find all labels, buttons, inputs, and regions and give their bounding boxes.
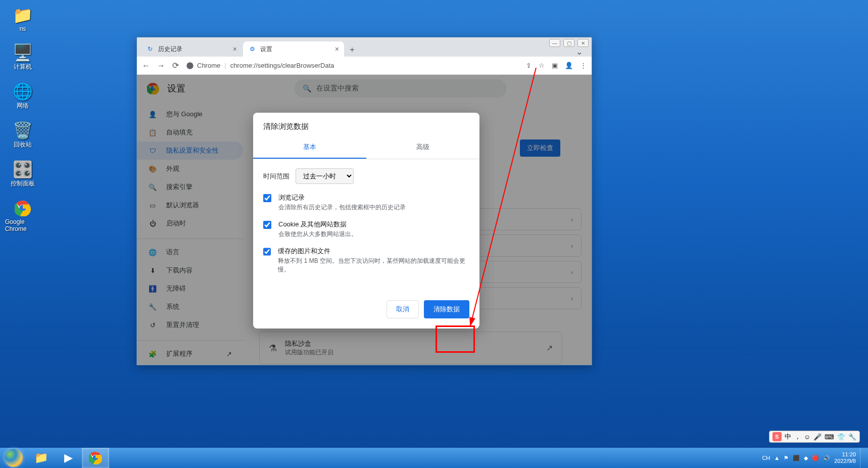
tab-basic[interactable]: 基本	[253, 136, 366, 159]
desktop-icon-recycle[interactable]: 🗑️回收站	[5, 120, 40, 149]
settings-body: 设置 🔍 在设置中搜索 👤您与 Google 📋自动填充 🛡隐私设置和安全性 🎨…	[137, 75, 592, 365]
new-tab-button[interactable]: ＋	[345, 42, 359, 57]
share-icon[interactable]: ⇪	[526, 62, 532, 69]
ime-tool-icon[interactable]: 🔧	[848, 433, 856, 441]
reload-button[interactable]: ⟳	[172, 61, 179, 70]
tab-settings[interactable]: ⚙ 设置 ×	[243, 41, 344, 57]
back-button[interactable]: ←	[142, 61, 150, 70]
desktop-icon-computer[interactable]: 🖥️计算机	[5, 42, 40, 71]
tab-close-icon[interactable]: ×	[233, 45, 237, 53]
modal-overlay: 清除浏览数据 基本 高级 时间范围 过去一小时 浏览记录会清除所有历史记录，包括…	[137, 75, 592, 365]
ime-emoji-icon[interactable]: ☺	[804, 433, 810, 441]
address-bar[interactable]: Chrome | chrome://settings/clearBrowserD…	[186, 62, 519, 70]
taskbar: 📁 ▶ CH ▲ ⚑ ⬛ ◆ 🔴 🔊 11:20 2022/9/8	[0, 448, 868, 468]
chk-title: 浏览记录	[278, 193, 406, 202]
desktop-icon-control-panel[interactable]: 🎛️控制面板	[5, 159, 40, 188]
windows-logo-icon	[5, 449, 23, 467]
desktop-icons: 📁ns 🖥️计算机 🌐网络 🗑️回收站 🎛️控制面板 Google Chrome	[5, 5, 40, 232]
tray-flag-icon[interactable]: ⚑	[784, 455, 789, 461]
cancel-button[interactable]: 取消	[387, 300, 419, 318]
checkbox-browsing-history[interactable]: 浏览记录会清除所有历史记录，包括搜索框中的历史记录	[263, 193, 469, 212]
chrome-badge: Chrome	[186, 62, 220, 70]
folder-icon: 📁	[13, 5, 33, 25]
menu-icon[interactable]: ⋮	[580, 62, 587, 69]
panel-icon[interactable]: ▣	[552, 62, 558, 69]
toolbar: ← → ⟳ Chrome | chrome://settings/clearBr…	[137, 57, 592, 75]
chrome-window: — ▢ ✕ ↻ 历史记录 × ⚙ 设置 × ＋ ⌄ ← → ⟳ Chrome |…	[136, 37, 592, 365]
url-text: chrome://settings/clearBrowserData	[230, 62, 334, 69]
start-button[interactable]	[0, 448, 27, 468]
tray-expand-icon[interactable]: ▲	[774, 455, 780, 461]
taskbar-media-player[interactable]: ▶	[55, 448, 82, 468]
ime-skin-icon[interactable]: 👕	[837, 433, 845, 441]
checkbox-input[interactable]	[263, 194, 271, 202]
taskbar-explorer[interactable]: 📁	[27, 448, 55, 468]
ime-voice-icon[interactable]: 🎤	[813, 433, 822, 441]
tab-close-icon[interactable]: ×	[335, 45, 339, 53]
chk-sub: 释放不到 1 MB 空间。当您下次访问时，某些网站的加载速度可能会更慢。	[278, 257, 469, 274]
history-icon: ↻	[146, 45, 154, 53]
time-range-select[interactable]: 过去一小时	[296, 168, 354, 184]
annotation-highlight	[436, 325, 475, 353]
minimize-button[interactable]: —	[549, 39, 560, 47]
time-range-label: 时间范围	[263, 172, 290, 181]
checkbox-cookies[interactable]: Cookie 及其他网站数据会致使您从大多数网站退出。	[263, 220, 469, 239]
desktop-icon-chrome[interactable]: Google Chrome	[5, 198, 40, 232]
gear-icon: ⚙	[248, 45, 256, 53]
recycle-icon: 🗑️	[13, 120, 33, 141]
close-button[interactable]: ✕	[577, 39, 589, 47]
clear-data-dialog: 清除浏览数据 基本 高级 时间范围 过去一小时 浏览记录会清除所有历史记录，包括…	[253, 113, 479, 329]
tray-lang[interactable]: CH	[762, 455, 770, 461]
ime-punct-icon[interactable]: ，	[794, 432, 801, 441]
chrome-icon	[13, 198, 33, 218]
dialog-tabs: 基本 高级	[253, 136, 479, 159]
ime-lang[interactable]: 中	[785, 432, 791, 441]
tray-app-icon[interactable]: ⬛	[793, 455, 800, 461]
svg-point-2	[186, 62, 193, 69]
forward-button[interactable]: →	[157, 61, 165, 70]
control-panel-icon: 🎛️	[13, 159, 33, 179]
tray-clock[interactable]: 11:20 2022/9/8	[834, 451, 856, 464]
tray-app-icon[interactable]: ◆	[804, 455, 808, 461]
tabstrip: ↻ 历史记录 × ⚙ 设置 × ＋ ⌄	[137, 37, 592, 57]
tabs-dropdown-icon[interactable]: ⌄	[576, 47, 583, 57]
ime-toolbar[interactable]: S 中 ， ☺ 🎤 ⌨ 👕 🔧	[769, 431, 860, 443]
checkbox-input[interactable]	[263, 248, 271, 256]
sogou-logo-icon: S	[773, 432, 782, 441]
desktop-icon-ns[interactable]: 📁ns	[5, 5, 40, 32]
checkbox-cache[interactable]: 缓存的图片和文件释放不到 1 MB 空间。当您下次访问时，某些网站的加载速度可能…	[263, 247, 469, 274]
ime-keyboard-icon[interactable]: ⌨	[825, 433, 834, 441]
tab-label: 设置	[260, 45, 272, 54]
checkbox-input[interactable]	[263, 221, 271, 229]
tab-label: 历史记录	[158, 45, 182, 54]
dialog-actions: 取消 清除数据	[253, 291, 479, 329]
tray-volume-icon[interactable]: 🔊	[823, 455, 830, 461]
profile-icon[interactable]: 👤	[565, 62, 573, 69]
clear-data-button[interactable]: 清除数据	[424, 300, 469, 318]
system-tray: CH ▲ ⚑ ⬛ ◆ 🔴 🔊 11:20 2022/9/8	[762, 448, 868, 468]
chk-title: 缓存的图片和文件	[278, 247, 469, 256]
maximize-button[interactable]: ▢	[563, 39, 574, 47]
tray-network-icon[interactable]: 🔴	[812, 455, 819, 461]
network-icon: 🌐	[13, 81, 33, 102]
chk-sub: 会致使您从大多数网站退出。	[278, 230, 357, 239]
chk-title: Cookie 及其他网站数据	[278, 220, 357, 229]
dialog-title: 清除浏览数据	[253, 113, 479, 136]
computer-icon: 🖥️	[13, 42, 33, 63]
tab-advanced[interactable]: 高级	[366, 136, 479, 159]
show-desktop-button[interactable]	[860, 448, 864, 468]
time-range-row: 时间范围 过去一小时	[263, 168, 469, 184]
taskbar-chrome[interactable]	[82, 448, 109, 468]
bookmark-icon[interactable]: ☆	[539, 62, 545, 69]
tab-history[interactable]: ↻ 历史记录 ×	[141, 41, 242, 57]
window-controls: — ▢ ✕	[549, 39, 589, 47]
chk-sub: 会清除所有历史记录，包括搜索框中的历史记录	[278, 203, 406, 212]
desktop-icon-network[interactable]: 🌐网络	[5, 81, 40, 110]
